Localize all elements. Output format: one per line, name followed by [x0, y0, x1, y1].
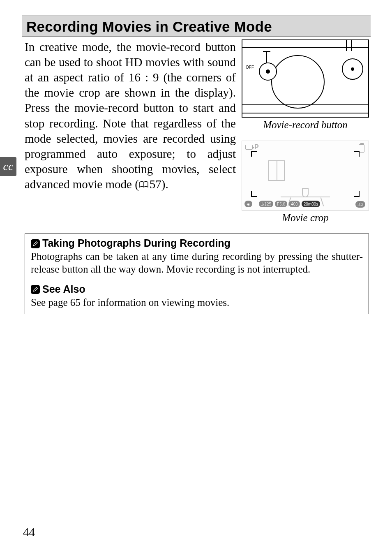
battery-icon [359, 144, 364, 153]
tip2-title: See Also [42, 283, 85, 295]
tip1-title: Taking Photographs During Recording [42, 237, 231, 249]
exposure-meter-icon: ◉ [244, 201, 252, 207]
tip2-heading: See Also [31, 283, 363, 295]
figure1-caption: Movie-record button [263, 119, 348, 131]
body-paragraph: In creative mode, the movie-record butto… [25, 39, 236, 224]
tip-box: Taking Photographs During Recording Phot… [25, 234, 369, 314]
screen-right-readout: 3.3 [355, 201, 365, 208]
video-mode-icon [245, 145, 253, 150]
section-side-tab: cc [0, 157, 16, 176]
figure2-caption: Movie crop [282, 212, 329, 224]
page-reference-number: 57). [150, 177, 168, 192]
screen-top-indicators: P [245, 143, 259, 151]
mode-indicator: P [254, 143, 259, 151]
note-icon [31, 285, 40, 294]
figures-column: OFF Movie-record button P ◉ 1/125 [242, 39, 369, 224]
scene-decoration [264, 164, 346, 197]
tip2-text: See page 65 for information on viewing m… [31, 296, 363, 309]
page-reference: 57). [139, 177, 168, 192]
tip1-text: Photographs can be taken at any time dur… [31, 250, 363, 276]
recording-time: 20m00s [302, 201, 321, 207]
screen-bottom-bar: ◉ 1/125 F5.6 400 20m00s [244, 200, 366, 208]
content-row: In creative mode, the movie-record butto… [25, 39, 369, 224]
iso-value: 400 [289, 201, 300, 207]
body-text-main: In creative mode, the movie-record butto… [25, 40, 236, 191]
camera-illustration: OFF [242, 39, 369, 118]
section-title: Recording Movies in Creative Mode [22, 16, 371, 37]
page-number: 44 [23, 525, 35, 539]
record-button-icon [259, 62, 277, 81]
manual-page: cc Recording Movies in Creative Mode In … [0, 0, 392, 553]
off-label: OFF [246, 65, 254, 69]
shutter-value: 1/125 [259, 201, 273, 207]
note-icon [31, 239, 40, 248]
book-icon [139, 181, 149, 188]
storage-value: 3.3 [355, 201, 365, 208]
lcd-screen-illustration: P ◉ 1/125 F5.6 400 20m00s [242, 141, 369, 211]
tip1-heading: Taking Photographs During Recording [31, 237, 363, 249]
aperture-value: F5.6 [275, 201, 287, 207]
